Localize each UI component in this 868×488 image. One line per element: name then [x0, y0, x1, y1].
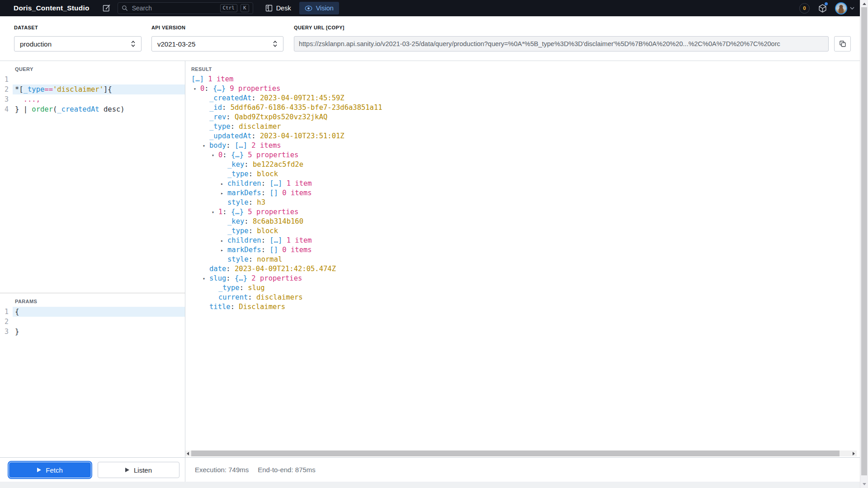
token: ]{ [104, 85, 112, 94]
dataset-select[interactable]: production [14, 36, 142, 52]
token: children [227, 236, 261, 244]
tab-vision[interactable]: Vision [299, 2, 339, 14]
horizontal-scrollbar-thumb[interactable] [191, 450, 840, 456]
chevron-down-icon [850, 7, 854, 10]
token: : [222, 208, 231, 216]
notification-badge[interactable]: 0 [799, 3, 810, 14]
token: markDefs [227, 189, 261, 197]
token: : [240, 284, 248, 292]
fetch-button[interactable]: Fetch [9, 462, 91, 478]
result-line: ▸children: […] 1 item [185, 179, 860, 188]
token: body [209, 141, 226, 150]
token: order [32, 105, 53, 113]
api-version-value: v2021-03-25 [157, 40, 195, 48]
update-dot-icon [825, 2, 828, 5]
result-line: […] 1 item [185, 75, 860, 84]
collapse-arrow-icon[interactable]: ▾ [203, 141, 209, 150]
result-line: date: 2023-04-09T21:42:05.474Z [185, 264, 860, 274]
query-url-input[interactable] [294, 36, 829, 52]
user-menu-button[interactable] [835, 2, 854, 14]
select-chevrons-icon [131, 40, 136, 48]
query-label: QUERY [15, 66, 185, 72]
search-input[interactable] [131, 4, 217, 12]
horizontal-scrollbar[interactable] [185, 450, 857, 456]
token: _updatedAt [209, 132, 251, 140]
token: 0 [200, 84, 204, 93]
token: h3 [257, 198, 265, 206]
token: : [261, 189, 270, 197]
expand-arrow-icon[interactable]: ▸ [221, 236, 227, 245]
params-line-text: { [13, 307, 185, 317]
query-line[interactable]: 3 ..., [0, 94, 185, 104]
params-line[interactable]: 3} [0, 327, 185, 337]
params-line[interactable]: 1{ [0, 307, 185, 317]
query-line[interactable]: 2*[_type=='disclaimer']{ [0, 84, 185, 94]
play-icon [37, 468, 41, 472]
collapse-arrow-icon[interactable]: ▾ [193, 84, 200, 94]
query-line[interactable]: 4} | order(_createdAt desc) [0, 104, 185, 114]
query-url-label[interactable]: QUERY URL [COPY] [294, 25, 344, 30]
expand-arrow-icon[interactable]: ▸ [221, 188, 227, 198]
line-number: 2 [0, 84, 13, 94]
result-line: ▾0: {…} 5 properties [185, 150, 860, 160]
scroll-left-arrow[interactable] [187, 452, 189, 455]
result-line: _type: block [185, 226, 860, 236]
token: current [218, 293, 248, 301]
kbd-ctrl: Ctrl [220, 4, 238, 12]
collapse-arrow-icon[interactable]: ▾ [212, 150, 218, 160]
expand-arrow-icon[interactable]: ▸ [221, 245, 227, 255]
editor-footer: Fetch Listen [0, 457, 185, 482]
result-line: _type: slug [185, 283, 860, 293]
tab-desk[interactable]: Desk [260, 2, 297, 14]
collapse-arrow-icon[interactable]: ▾ [212, 207, 218, 217]
token: normal [257, 255, 282, 263]
token: 0 items [278, 246, 312, 254]
listen-button[interactable]: Listen [98, 462, 179, 478]
select-chevrons-icon [273, 40, 278, 48]
result-line: _updatedAt: 2023-04-10T23:51:01Z [185, 131, 860, 141]
fetch-button-label: Fetch [46, 466, 63, 474]
scroll-right-arrow[interactable] [853, 452, 855, 455]
compose-button[interactable] [101, 3, 112, 14]
token [15, 95, 24, 103]
token: : [222, 151, 231, 159]
scroll-up-arrow[interactable] [863, 3, 866, 5]
package-button[interactable] [817, 3, 827, 13]
result-line: style: h3 [185, 198, 860, 207]
scroll-down-arrow[interactable] [863, 483, 866, 485]
token: 8c6ab314b160 [253, 217, 303, 225]
end-to-end-time: End-to-end: 875ms [258, 466, 316, 474]
vertical-scrollbar-thumb[interactable] [861, 7, 867, 475]
copy-url-button[interactable] [834, 36, 851, 52]
token: 5ddf6a67-6186-4335-bfe7-23d6a3851a11 [231, 103, 382, 112]
token: : [251, 132, 260, 140]
query-line[interactable]: 1 [0, 75, 185, 84]
token: == [44, 85, 53, 94]
result-line: style: normal [185, 255, 860, 264]
query-editor[interactable]: 12*[_type=='disclaimer']{3 ...,4} | orde… [0, 75, 185, 114]
token: 2 items [247, 141, 281, 150]
api-version-select[interactable]: v2021-03-25 [151, 36, 283, 52]
token: […] [269, 179, 282, 188]
token: } | [15, 105, 32, 113]
params-line[interactable]: 2 [0, 317, 185, 327]
token: markDefs [227, 246, 261, 254]
token: {…} [231, 208, 244, 216]
expand-arrow-icon[interactable]: ▸ [221, 179, 227, 188]
token: : [226, 265, 235, 273]
collapse-arrow-icon[interactable]: ▾ [203, 274, 209, 283]
token: ..., [24, 95, 40, 103]
result-line: _createdAt: 2023-04-09T21:45:59Z [185, 94, 860, 103]
token: 2023-04-09T21:45:59Z [260, 94, 344, 102]
search-box[interactable]: Ctrl K [118, 2, 253, 14]
play-icon [125, 468, 129, 472]
token: : [249, 198, 257, 206]
token: : [251, 94, 260, 102]
line-number: 1 [0, 75, 13, 84]
line-number: 2 [0, 317, 13, 327]
token: […] [235, 141, 247, 150]
token: disclaimer [239, 122, 281, 131]
vertical-scrollbar[interactable] [860, 0, 868, 488]
token: : [249, 255, 257, 263]
params-editor[interactable]: 1{23} [0, 307, 185, 337]
